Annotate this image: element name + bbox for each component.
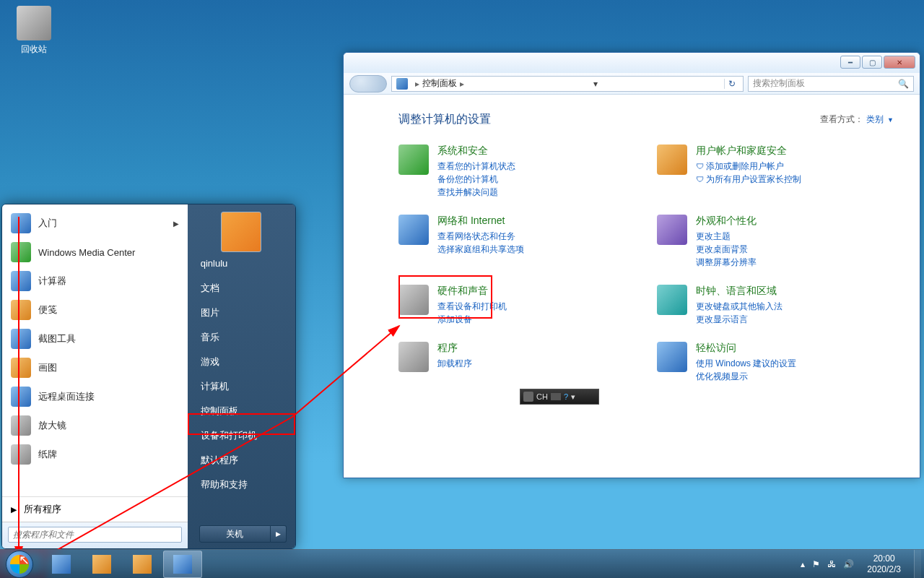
cp-category: 外观和个性化更改主题更改桌面背景调整屏幕分辨率 xyxy=(657,215,894,269)
cp-sublink[interactable]: 为所有用户设置家长控制 xyxy=(696,173,801,186)
cp-sublink[interactable]: 卸载程序 xyxy=(437,357,472,370)
control-panel-window: ━ ▢ ✕ ▸ 控制面板 ▸ ▾ ↻ 搜索控制面板 🔍 调整计算机的设置 查看方… xyxy=(343,52,920,478)
category-icon xyxy=(657,285,687,315)
start-menu-item[interactable]: Windows Media Center xyxy=(4,238,186,267)
help-icon[interactable]: ? xyxy=(564,392,568,401)
start-menu-item[interactable]: 远程桌面连接 xyxy=(4,382,186,411)
nav-back-forward[interactable] xyxy=(349,75,387,92)
start-menu-item[interactable]: 画图 xyxy=(4,353,186,382)
cp-sublink[interactable]: 调整屏幕分辨率 xyxy=(696,256,757,269)
titlebar[interactable]: ━ ▢ ✕ xyxy=(344,53,920,73)
start-menu-item[interactable]: 便笺 xyxy=(4,296,186,324)
nav-toolbar: ▸ 控制面板 ▸ ▾ ↻ 搜索控制面板 🔍 xyxy=(344,73,920,95)
category-title[interactable]: 程序 xyxy=(437,342,472,355)
cp-sublink[interactable]: 查看网络状态和任务 xyxy=(437,230,524,243)
cp-category: 系统和安全查看您的计算机状态备份您的计算机查找并解决问题 xyxy=(398,144,635,199)
page-title: 调整计算机的设置 xyxy=(398,112,491,127)
start-menu-right: qinlulu 文档图片音乐游戏计算机控制面板设备和打印机默认程序帮助和支持 关… xyxy=(188,204,295,548)
start-menu-right-item[interactable]: 文档 xyxy=(188,276,295,301)
chevron-right-icon: ▶ xyxy=(173,220,179,228)
action-center-icon[interactable]: ⚑ xyxy=(812,559,820,569)
app-icon xyxy=(11,271,31,291)
view-by[interactable]: 查看方式： 类别 ▼ xyxy=(820,113,894,126)
all-programs[interactable]: ▶ 所有程序 xyxy=(2,496,188,522)
taskbar-media-player[interactable] xyxy=(123,551,162,578)
tray-expand-icon[interactable]: ▴ xyxy=(801,559,805,569)
start-menu-item[interactable]: 截图工具 xyxy=(4,324,186,353)
taskbar-explorer[interactable] xyxy=(82,551,121,578)
address-bar[interactable]: ▸ 控制面板 ▸ ▾ ↻ xyxy=(391,76,744,92)
start-menu-right-item[interactable]: 控制面板 xyxy=(188,399,295,423)
taskbar-control-panel[interactable] xyxy=(163,551,202,578)
taskbar: ▴ ⚑ 🖧 🔊 20:00 2020/2/3 xyxy=(0,549,924,578)
start-menu-right-item[interactable]: 默认程序 xyxy=(188,448,295,473)
cp-sublink[interactable]: 添加或删除用户帐户 xyxy=(696,160,801,173)
network-icon[interactable]: 🖧 xyxy=(827,559,836,569)
maximize-button[interactable]: ▢ xyxy=(862,56,882,69)
search-box[interactable]: 搜索控制面板 🔍 xyxy=(748,76,914,92)
category-icon xyxy=(398,144,429,175)
start-menu-right-item[interactable]: 音乐 xyxy=(188,325,295,350)
cp-category: 用户帐户和家庭安全添加或删除用户帐户为所有用户设置家长控制 xyxy=(657,144,894,199)
taskbar-ie[interactable] xyxy=(42,551,81,578)
cp-category: 轻松访问使用 Windows 建议的设置优化视频显示 xyxy=(657,342,894,383)
cp-sublink[interactable]: 优化视频显示 xyxy=(696,370,796,383)
start-menu-item[interactable]: 计算器 xyxy=(4,267,186,296)
category-title[interactable]: 轻松访问 xyxy=(696,342,796,355)
chevron-down-icon: ▼ xyxy=(887,116,894,124)
cp-sublink[interactable]: 查找并解决问题 xyxy=(437,186,515,199)
minimize-button[interactable]: ━ xyxy=(840,56,860,69)
cp-sublink[interactable]: 更改键盘或其他输入法 xyxy=(696,300,783,313)
show-desktop-button[interactable] xyxy=(914,550,921,579)
start-menu-right-item[interactable]: 设备和打印机 xyxy=(188,423,295,448)
ime-icon xyxy=(523,392,533,402)
cp-category: 时钟、语言和区域更改键盘或其他输入法更改显示语言 xyxy=(657,285,894,326)
start-menu-item[interactable]: 纸牌 xyxy=(4,440,186,469)
app-icon xyxy=(11,415,31,436)
search-icon: 🔍 xyxy=(898,79,909,89)
close-button[interactable]: ✕ xyxy=(884,56,915,69)
volume-icon[interactable]: 🔊 xyxy=(843,559,854,569)
category-title[interactable]: 外观和个性化 xyxy=(696,215,757,228)
recycle-bin[interactable]: 回收站 xyxy=(9,6,59,56)
cp-sublink[interactable]: 使用 Windows 建议的设置 xyxy=(696,357,796,370)
cp-sublink[interactable]: 查看您的计算机状态 xyxy=(437,160,515,173)
category-title[interactable]: 用户帐户和家庭安全 xyxy=(696,144,801,158)
cp-sublink[interactable]: 添加设备 xyxy=(437,313,507,326)
cp-sublink[interactable]: 更改桌面背景 xyxy=(696,243,757,256)
start-button[interactable] xyxy=(0,550,39,579)
tray-clock[interactable]: 20:00 2020/2/3 xyxy=(861,553,907,574)
shutdown-button[interactable]: 关机 xyxy=(199,525,271,543)
start-search-input[interactable] xyxy=(8,527,182,543)
system-tray: ▴ ⚑ 🖧 🔊 20:00 2020/2/3 xyxy=(801,550,924,579)
cp-sublink[interactable]: 备份您的计算机 xyxy=(437,173,515,186)
app-icon xyxy=(11,358,31,378)
shutdown-options[interactable]: ▶ xyxy=(271,525,287,543)
cp-sublink[interactable]: 更改主题 xyxy=(696,230,757,243)
category-icon xyxy=(398,342,429,372)
refresh-button[interactable]: ↻ xyxy=(724,79,738,89)
start-menu-right-item[interactable]: 帮助和支持 xyxy=(188,473,295,497)
breadcrumb-icon xyxy=(396,78,408,90)
category-title[interactable]: 硬件和声音 xyxy=(437,285,507,298)
start-menu-right-item[interactable]: 游戏 xyxy=(188,350,295,374)
cp-sublink[interactable]: 查看设备和打印机 xyxy=(437,300,507,313)
ime-bar[interactable]: CH ? ▾ xyxy=(520,389,599,405)
windows-orb-icon xyxy=(6,551,33,578)
username[interactable]: qinlulu xyxy=(188,258,295,272)
category-title[interactable]: 时钟、语言和区域 xyxy=(696,285,783,298)
category-icon xyxy=(657,215,687,245)
search-placeholder: 搜索控制面板 xyxy=(753,77,805,90)
start-menu-right-item[interactable]: 计算机 xyxy=(188,374,295,399)
app-icon xyxy=(11,300,31,320)
start-menu-item[interactable]: 放大镜 xyxy=(4,411,186,440)
category-title[interactable]: 系统和安全 xyxy=(437,144,515,158)
start-menu-right-item[interactable]: 图片 xyxy=(188,301,295,325)
cp-sublink[interactable]: 更改显示语言 xyxy=(696,313,783,326)
category-title[interactable]: 网络和 Internet xyxy=(437,215,524,228)
app-icon xyxy=(11,329,31,349)
start-menu-item[interactable]: 入门▶ xyxy=(4,209,186,238)
breadcrumb-root[interactable]: 控制面板 xyxy=(422,77,457,90)
user-avatar[interactable] xyxy=(221,212,261,252)
cp-sublink[interactable]: 选择家庭组和共享选项 xyxy=(437,243,524,256)
